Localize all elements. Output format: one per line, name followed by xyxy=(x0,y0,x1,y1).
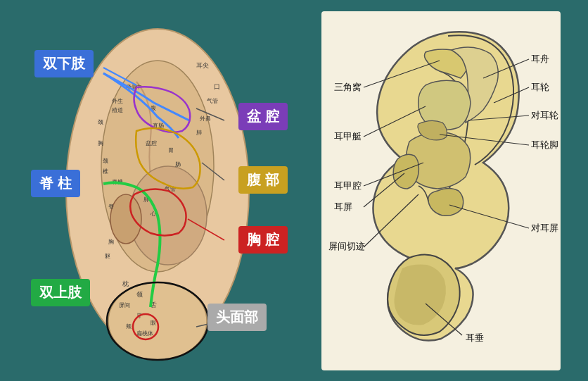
svg-text:殖道: 殖道 xyxy=(112,107,123,113)
svg-text:颊: 颊 xyxy=(126,323,132,330)
label-erzhou: 耳舟 xyxy=(531,54,549,64)
svg-text:肠: 肠 xyxy=(175,161,181,168)
svg-text:胸: 胸 xyxy=(98,140,103,146)
label-duierlun: 对耳轮 xyxy=(531,110,558,120)
svg-text:耳尖: 耳尖 xyxy=(196,62,209,69)
label-shuangxiazhi: 双下肢 xyxy=(34,50,94,77)
svg-text:屏间: 屏间 xyxy=(119,302,130,308)
svg-text:扁桃体: 扁桃体 xyxy=(136,330,153,337)
right-ear-svg: 三角窝 耳甲艇 耳甲腔 耳屏 屏间切迹 耳舟 耳轮 对耳轮 耳轮脚 对耳屏 耳垂 xyxy=(321,11,561,370)
label-erchui: 耳垂 xyxy=(466,332,484,343)
svg-text:肺: 肺 xyxy=(196,130,202,136)
label-erlun: 耳轮 xyxy=(531,82,549,92)
svg-text:外生: 外生 xyxy=(112,98,123,104)
svg-text:气管: 气管 xyxy=(207,98,218,104)
svg-text:枕: 枕 xyxy=(122,280,129,287)
label-xiongqiang: 胸 腔 xyxy=(238,226,288,254)
label-sanjiaochuang: 三角窝 xyxy=(334,82,362,92)
main-container: 耳尖 口 气管 外鼻 肺 胃 肠 肺 气管 心 胸 腹 直肠 盆腔 枕 领 舌 … xyxy=(0,0,588,381)
label-eping: 耳屏 xyxy=(334,201,352,212)
label-earjiating: 耳甲艇 xyxy=(334,131,362,142)
label-fubu: 腹 部 xyxy=(238,166,288,194)
label-toumianbu: 头面部 xyxy=(207,304,267,331)
svg-text:脊: 脊 xyxy=(108,204,114,210)
label-duieping: 对耳屏 xyxy=(531,223,558,233)
svg-text:胃: 胃 xyxy=(168,147,174,154)
svg-text:椎: 椎 xyxy=(103,168,108,175)
svg-text:胸: 胸 xyxy=(108,239,114,245)
svg-text:盆腔: 盆腔 xyxy=(146,140,157,146)
svg-point-4 xyxy=(110,194,141,244)
svg-text:躯: 躯 xyxy=(105,253,110,259)
svg-text:领: 领 xyxy=(136,291,143,298)
label-pingjianzuji: 屏间切迹 xyxy=(328,241,365,251)
svg-text:颈: 颈 xyxy=(103,158,108,164)
label-jizhu: 脊 柱 xyxy=(31,170,80,197)
svg-text:颈: 颈 xyxy=(98,119,103,125)
label-earjiaqiang: 耳甲腔 xyxy=(334,180,362,191)
svg-text:外鼻: 外鼻 xyxy=(200,115,211,122)
label-erluanjiao: 耳轮脚 xyxy=(531,139,558,150)
label-shuangshangzhi: 双上肢 xyxy=(31,279,90,306)
left-ear-diagram: 耳尖 口 气管 外鼻 肺 胃 肠 肺 气管 心 胸 腹 直肠 盆腔 枕 领 舌 … xyxy=(27,11,295,370)
svg-text:口: 口 xyxy=(214,83,220,90)
label-penqiang: 盆 腔 xyxy=(238,103,288,130)
svg-text:眼: 眼 xyxy=(151,320,156,326)
right-ear-diagram: 三角窝 耳甲艇 耳甲腔 耳屏 屏间切迹 耳舟 耳轮 对耳轮 耳轮脚 对耳屏 耳垂 xyxy=(321,11,561,370)
